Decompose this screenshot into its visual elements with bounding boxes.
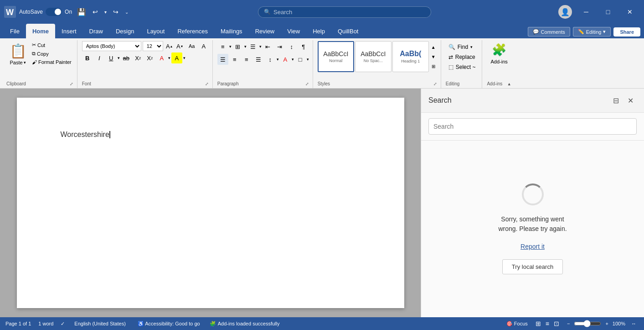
paragraph-expand-icon[interactable]: ⤢ bbox=[305, 82, 309, 86]
bullets-dropdown[interactable]: ▾ bbox=[229, 41, 232, 52]
undo-dropdown[interactable]: ▾ bbox=[102, 9, 109, 16]
italic-button[interactable]: I bbox=[94, 52, 105, 63]
align-left-button[interactable]: ☰ bbox=[217, 54, 228, 65]
title-search-box[interactable]: 🔍 bbox=[258, 6, 431, 18]
align-center-button[interactable]: ≡ bbox=[229, 54, 240, 65]
multilevel-button[interactable]: ☰ bbox=[247, 41, 258, 52]
customize-quick-access[interactable]: ⌄ bbox=[123, 9, 131, 16]
styles-scroll-up[interactable]: ▲ bbox=[430, 42, 437, 52]
increase-font-size-button[interactable]: A▲ bbox=[165, 41, 175, 51]
focus-button[interactable]: 🎯 Focus bbox=[504, 320, 530, 328]
font-expand-icon[interactable]: ⤢ bbox=[205, 82, 209, 86]
try-local-search-button[interactable]: Try local search bbox=[502, 259, 563, 274]
search-close-button[interactable]: ✕ bbox=[624, 94, 637, 107]
tab-insert[interactable]: Insert bbox=[55, 24, 83, 38]
shading-button[interactable]: A bbox=[280, 54, 291, 65]
font-name-select[interactable]: Aptos (Body) bbox=[82, 41, 141, 51]
copy-button[interactable]: ⧉ Copy bbox=[30, 50, 73, 58]
tab-draw[interactable]: Draw bbox=[83, 24, 109, 38]
style-heading1[interactable]: AaBb( Heading 1 bbox=[392, 41, 429, 72]
style-no-spacing[interactable]: AaBbCcI No Spac... bbox=[355, 41, 392, 72]
redo-button[interactable]: ↪ bbox=[111, 7, 121, 16]
view-mode-print[interactable]: ⊞ bbox=[534, 319, 543, 328]
underline-dropdown[interactable]: ▾ bbox=[118, 56, 120, 60]
maximize-button[interactable]: □ bbox=[598, 5, 618, 19]
tab-home[interactable]: Home bbox=[26, 24, 55, 38]
save-button[interactable]: 💾 bbox=[75, 7, 88, 17]
cut-button[interactable]: ✂ Cut bbox=[30, 41, 73, 49]
tab-references[interactable]: References bbox=[171, 24, 214, 38]
decrease-font-size-button[interactable]: A▼ bbox=[175, 41, 185, 51]
styles-scroll-down[interactable]: ▼ bbox=[430, 52, 437, 61]
replace-button[interactable]: ⇄ Replace bbox=[446, 53, 479, 61]
tab-layout[interactable]: Layout bbox=[140, 24, 171, 38]
multilevel-dropdown[interactable]: ▾ bbox=[259, 41, 262, 52]
undo-button[interactable]: ↩ bbox=[90, 7, 100, 16]
find-button[interactable]: 🔍 Find ▾ bbox=[446, 43, 479, 51]
highlight-dropdown[interactable]: ▾ bbox=[183, 56, 185, 60]
decrease-indent-button[interactable]: ⇤ bbox=[263, 41, 273, 52]
clear-formatting-button[interactable]: A bbox=[199, 41, 209, 51]
line-spacing-button[interactable]: ↕ bbox=[265, 54, 276, 65]
view-mode-web[interactable]: ≡ bbox=[544, 319, 551, 328]
show-marks-button[interactable]: ¶ bbox=[298, 41, 309, 52]
ribbon-collapse-icon[interactable]: ▲ bbox=[507, 82, 511, 86]
font-color-dropdown[interactable]: ▾ bbox=[168, 56, 170, 60]
sort-button[interactable]: ↕ bbox=[286, 41, 297, 52]
comments-button[interactable]: 💬 Comments bbox=[528, 27, 570, 37]
fit-page-button[interactable]: ↔ bbox=[629, 320, 639, 327]
report-link[interactable]: Report it bbox=[520, 243, 545, 250]
addins-button[interactable]: 🧩 Add-ins bbox=[487, 41, 511, 66]
line-spacing-dropdown[interactable]: ▾ bbox=[277, 54, 279, 65]
paste-button[interactable]: 📋 Paste ▾ bbox=[6, 41, 29, 67]
bold-button[interactable]: B bbox=[82, 52, 93, 63]
strikethrough-button[interactable]: ab bbox=[121, 52, 132, 63]
tab-view[interactable]: View bbox=[281, 24, 306, 38]
tab-design[interactable]: Design bbox=[109, 24, 140, 38]
zoom-slider[interactable] bbox=[574, 320, 601, 327]
font-size-select[interactable]: 12 bbox=[143, 41, 163, 51]
bullets-button[interactable]: ≡ bbox=[217, 41, 228, 52]
style-normal[interactable]: AaBbCcI Normal bbox=[318, 41, 354, 72]
paste-dropdown[interactable]: ▾ bbox=[24, 60, 26, 65]
zoom-in-button[interactable]: + bbox=[603, 320, 610, 327]
underline-button[interactable]: U bbox=[106, 52, 117, 63]
align-right-button[interactable]: ≡ bbox=[241, 54, 252, 65]
highlight-button[interactable]: A bbox=[171, 52, 182, 63]
search-input[interactable] bbox=[428, 118, 637, 135]
share-button[interactable]: Share bbox=[613, 27, 640, 37]
tab-help[interactable]: Help bbox=[306, 24, 331, 38]
view-mode-read[interactable]: ⊡ bbox=[552, 319, 561, 328]
subscript-button[interactable]: X2 bbox=[133, 52, 144, 63]
document-scroll[interactable]: Worcestershire bbox=[0, 89, 421, 317]
clipboard-expand-icon[interactable]: ⤢ bbox=[70, 82, 73, 86]
shading-dropdown[interactable]: ▾ bbox=[292, 54, 294, 65]
accessibility-button[interactable]: ♿ Accessibility: Good to go bbox=[135, 320, 202, 328]
tab-review[interactable]: Review bbox=[249, 24, 281, 38]
autosave-button[interactable] bbox=[46, 8, 62, 16]
increase-indent-button[interactable]: ⇥ bbox=[274, 41, 285, 52]
numbering-dropdown[interactable]: ▾ bbox=[244, 41, 247, 52]
zoom-out-button[interactable]: − bbox=[565, 320, 572, 327]
title-search-input[interactable] bbox=[273, 9, 410, 16]
styles-expand-icon[interactable]: ⤢ bbox=[433, 82, 437, 86]
styles-expand[interactable]: ⊞ bbox=[430, 62, 437, 71]
search-collapse-button[interactable]: ⊟ bbox=[609, 94, 622, 107]
select-button[interactable]: ⬚ Select ~ bbox=[446, 63, 479, 71]
change-case-button[interactable]: Aa bbox=[185, 41, 198, 51]
tab-quillbot[interactable]: QuillBot bbox=[331, 24, 365, 38]
tab-mailings[interactable]: Mailings bbox=[214, 24, 249, 38]
superscript-button[interactable]: X2 bbox=[144, 52, 155, 63]
close-button[interactable]: ✕ bbox=[619, 5, 640, 19]
document-page[interactable]: Worcestershire bbox=[17, 98, 404, 308]
numbering-button[interactable]: ⊞ bbox=[232, 41, 243, 52]
tab-file[interactable]: File bbox=[4, 24, 26, 38]
borders-dropdown[interactable]: ▾ bbox=[307, 54, 309, 65]
borders-button[interactable]: □ bbox=[295, 54, 306, 65]
justify-button[interactable]: ☰ bbox=[253, 54, 264, 65]
minimize-button[interactable]: ─ bbox=[576, 5, 597, 19]
language-button[interactable]: English (United States) bbox=[72, 320, 128, 327]
format-painter-button[interactable]: 🖌 Format Painter bbox=[30, 58, 73, 66]
editing-mode-button[interactable]: ✏️ Editing ▾ bbox=[573, 27, 611, 37]
font-color-button[interactable]: A bbox=[156, 52, 167, 63]
